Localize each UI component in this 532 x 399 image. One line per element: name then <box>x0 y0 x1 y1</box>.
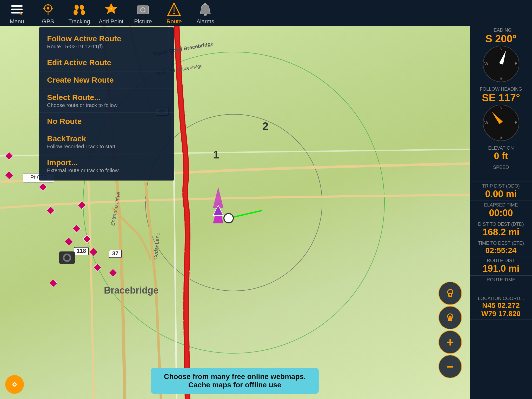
speed-section: Speed <box>470 163 532 182</box>
nav-menu[interactable]: Menu <box>5 1 29 25</box>
zoom-lock-button[interactable] <box>438 282 462 305</box>
backtrack-item[interactable]: BackTrack Follow recorded Track to start <box>39 130 174 154</box>
elevation-label: Elevation <box>472 145 530 151</box>
location-section: Location Coord... N45 02.272 W79 17.820 <box>470 294 532 320</box>
route-dist-label: Route Dist <box>472 258 530 263</box>
nav-gps[interactable]: GPS <box>36 1 60 25</box>
svg-point-27 <box>224 214 233 223</box>
svg-marker-45 <box>5 152 13 160</box>
picture-icon <box>135 1 151 18</box>
svg-text:Cedar Lane: Cedar Lane <box>152 232 161 260</box>
elevation-section: Elevation 0 ft <box>470 144 532 163</box>
svg-text:118: 118 <box>77 248 86 254</box>
svg-marker-42 <box>49 279 57 287</box>
location-label: Location Coord... <box>472 296 530 301</box>
select-route-item[interactable]: Select Route... Choose route or track to… <box>39 89 174 113</box>
edit-active-route-title: Edit Active Route <box>47 58 166 67</box>
zoom-lock2-button[interactable] <box>438 306 462 329</box>
svg-point-23 <box>204 3 206 5</box>
menu-icon <box>9 1 25 18</box>
svg-point-10 <box>80 5 84 10</box>
elapsed-label: Elapsed Time <box>472 202 530 208</box>
compass-needle-white <box>499 50 508 65</box>
heading-label: Heading <box>472 28 530 33</box>
zoom-controls: + − <box>438 282 462 378</box>
svg-marker-38 <box>65 238 73 245</box>
speed-value <box>472 170 530 180</box>
add-point-icon: + <box>103 1 119 18</box>
svg-rect-65 <box>448 317 452 321</box>
bottom-tooltip: Choose from many free online webmaps. Ca… <box>151 368 319 394</box>
follow-active-route-item[interactable]: Follow Active Route Route 15-02-19 12-11… <box>39 30 174 54</box>
heading-compass: N S E W <box>483 46 519 82</box>
svg-point-21 <box>173 13 175 14</box>
time-dest-label: Time to Dest (ete) <box>472 241 530 246</box>
svg-rect-22 <box>204 14 207 16</box>
svg-rect-0 <box>11 5 23 7</box>
svg-rect-1 <box>11 9 23 10</box>
route-icon <box>166 1 182 18</box>
nav-route[interactable]: Route <box>162 1 186 25</box>
import-title: Import... <box>47 158 166 167</box>
lat-value: N45 02.272 <box>472 301 530 310</box>
import-item[interactable]: Import... External route or track to fol… <box>39 154 174 178</box>
tooltip-line1: Choose from many free online webmaps. <box>164 373 306 381</box>
nav-tracking[interactable]: Tracking <box>68 1 91 25</box>
select-route-subtitle: Choose route or track to follow <box>47 102 166 108</box>
no-route-title: No Route <box>47 117 166 126</box>
nav-alarms[interactable]: Alarms <box>194 1 217 25</box>
svg-text:+: + <box>110 6 112 11</box>
create-new-route-title: Create New Route <box>47 76 166 84</box>
alarms-icon <box>197 1 214 18</box>
edit-active-route-item[interactable]: Edit Active Route <box>39 54 174 71</box>
zoom-out-button[interactable]: − <box>438 355 462 378</box>
svg-rect-18 <box>141 5 145 6</box>
time-dest-section: Time to Dest (ete) 02:55:24 <box>470 239 532 256</box>
svg-text:2: 2 <box>262 120 268 132</box>
no-route-item[interactable]: No Route <box>39 113 174 130</box>
nav-add-point[interactable]: + Add Point <box>99 1 123 25</box>
svg-text:Bracebridge: Bracebridge <box>104 285 158 296</box>
select-route-title: Select Route... <box>47 93 166 102</box>
svg-marker-41 <box>94 264 101 271</box>
follow-heading-section: Follow Heading SE 117° N S E W <box>470 85 532 144</box>
route-time-section: Route Time <box>470 276 532 294</box>
compass-needle-yellow <box>490 111 503 124</box>
gps-locate-button[interactable] <box>5 375 24 394</box>
svg-marker-37 <box>73 225 81 232</box>
follow-heading-label: Follow Heading <box>472 87 530 92</box>
nav-menu-label: Menu <box>10 18 24 25</box>
follow-active-route-subtitle: Route 15-02-19 12-11(f) <box>47 44 166 50</box>
speed-label: Speed <box>472 165 530 170</box>
svg-point-17 <box>141 8 145 12</box>
main-content: Taylor Road Bracebridge Taylor Rd. Brace… <box>0 26 532 399</box>
dist-dest-value: 168.2 mi <box>472 227 530 237</box>
svg-marker-34 <box>39 183 47 191</box>
svg-text:1: 1 <box>213 149 219 161</box>
route-dist-value: 191.0 mi <box>472 263 530 274</box>
gps-icon <box>40 1 56 18</box>
zoom-in-button[interactable]: + <box>438 330 462 354</box>
svg-marker-43 <box>109 269 117 277</box>
svg-point-69 <box>14 383 16 385</box>
follow-heading-compass: N S E W <box>483 105 519 141</box>
svg-point-4 <box>47 7 49 10</box>
right-panel: Heading S 200° N S E W Follow Heading SE… <box>470 26 532 399</box>
nav-alarms-label: Alarms <box>196 18 214 25</box>
svg-text:37: 37 <box>112 250 118 257</box>
tracking-icon <box>71 1 88 18</box>
map-area[interactable]: Taylor Road Bracebridge Taylor Rd. Brace… <box>0 26 470 399</box>
svg-point-12 <box>81 10 85 15</box>
nav-add-point-label: Add Point <box>99 18 123 25</box>
route-time-value <box>472 283 530 292</box>
import-subtitle: External route or track to follow <box>47 168 166 174</box>
trip-dist-value: 0.00 mi <box>472 189 530 199</box>
nav-picture[interactable]: Picture <box>131 1 155 25</box>
elapsed-value: 00:00 <box>472 208 530 218</box>
backtrack-title: BackTrack <box>47 134 166 143</box>
dist-dest-label: Dist to Dest (dtd) <box>472 222 530 227</box>
time-dest-value: 02:55:24 <box>472 246 530 255</box>
trip-dist-label: Trip Dist (odo) <box>472 183 530 189</box>
create-new-route-item[interactable]: Create New Route <box>39 71 174 89</box>
elapsed-section: Elapsed Time 00:00 <box>470 201 532 220</box>
